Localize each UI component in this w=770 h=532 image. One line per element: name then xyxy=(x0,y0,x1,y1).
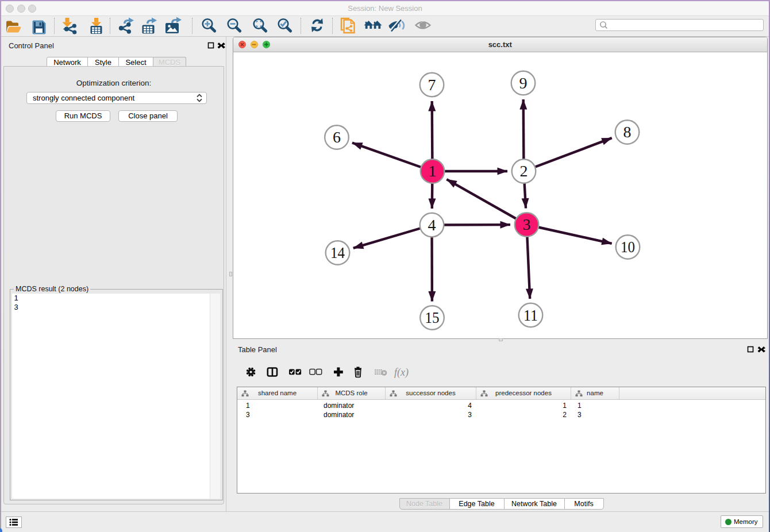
svg-text:1: 1 xyxy=(428,162,436,180)
svg-text:3: 3 xyxy=(522,215,530,233)
svg-text:14: 14 xyxy=(330,244,345,261)
svg-text:2: 2 xyxy=(519,162,528,180)
svg-text:10: 10 xyxy=(621,238,635,256)
svg-text:15: 15 xyxy=(425,309,439,326)
svg-text:9: 9 xyxy=(519,74,527,92)
svg-text:7: 7 xyxy=(428,76,436,94)
svg-text:11: 11 xyxy=(523,306,538,324)
svg-text:6: 6 xyxy=(333,128,341,146)
svg-text:4: 4 xyxy=(428,216,436,234)
svg-text:f(x): f(x) xyxy=(394,367,409,379)
svg-text:8: 8 xyxy=(623,123,631,141)
